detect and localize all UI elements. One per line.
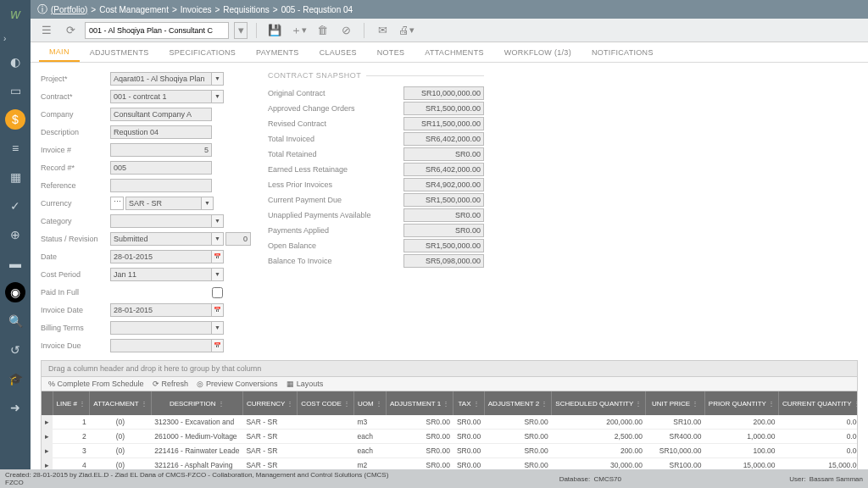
- preview-button[interactable]: ◎ Preview Conversions: [197, 380, 278, 388]
- user-circle-icon[interactable]: ◉: [5, 282, 25, 302]
- tab-clauses[interactable]: CLAUSES: [309, 42, 367, 62]
- col-header[interactable]: CURRENT QUANTITY ⋮: [778, 391, 857, 415]
- field-input[interactable]: [110, 321, 212, 335]
- tab-specifications[interactable]: SPECIFICATIONS: [159, 42, 247, 62]
- revision-input[interactable]: [225, 232, 251, 246]
- col-header[interactable]: ADJUSTMENT 2 ⋮: [484, 391, 552, 415]
- check-icon[interactable]: ✓: [5, 196, 25, 216]
- mail-icon[interactable]: ✉: [373, 22, 392, 39]
- tab-payments[interactable]: PAYMENTS: [246, 42, 309, 62]
- refresh-button[interactable]: ⟳ Refresh: [153, 380, 189, 388]
- field-input[interactable]: [110, 143, 212, 157]
- dropdown-icon[interactable]: ▼: [212, 72, 224, 86]
- col-header[interactable]: COST CODE ⋮: [298, 391, 354, 415]
- group-hint[interactable]: Drag a column header and drop it here to…: [42, 361, 857, 377]
- snapshot-label: Total Retained: [268, 150, 403, 158]
- breadcrumb: ⓘ (Portfolio) >Cost Management >Invoices…: [31, 0, 868, 19]
- logout-icon[interactable]: ➜: [5, 397, 25, 418]
- building-icon[interactable]: ▦: [5, 167, 25, 187]
- menu-icon[interactable]: ☰: [37, 22, 56, 39]
- dropdown-icon[interactable]: ▼: [212, 90, 224, 103]
- col-header[interactable]: LINE # ⋮: [53, 391, 90, 415]
- calendar-icon[interactable]: 📅: [212, 339, 224, 352]
- col-header[interactable]: UNIT PRICE ⋮: [646, 391, 704, 415]
- field-input[interactable]: [125, 197, 202, 210]
- tab-notes[interactable]: NOTES: [367, 42, 415, 62]
- cost-icon[interactable]: $: [5, 109, 25, 130]
- field-input[interactable]: [110, 90, 212, 103]
- field-input[interactable]: [110, 339, 212, 352]
- snapshot-revised-contract: Revised Contract: [268, 116, 484, 131]
- tab-adjustments[interactable]: ADJUSTMENTS: [80, 42, 159, 62]
- field-input[interactable]: [110, 72, 212, 86]
- dropdown-icon[interactable]: ▼: [212, 268, 224, 281]
- history-icon[interactable]: ↺: [5, 340, 25, 360]
- col-header[interactable]: SCHEDULED QUANTITY ⋮: [552, 391, 646, 415]
- field-project-: Project*▼: [41, 71, 251, 86]
- snapshot-total-invoiced: Total Invoiced: [268, 131, 484, 147]
- checkbox[interactable]: [212, 287, 223, 298]
- col-header[interactable]: ATTACHMENT ⋮: [90, 391, 152, 415]
- expand-sidebar-icon[interactable]: ›: [3, 34, 6, 43]
- snapshot-value: [403, 193, 484, 207]
- table-row[interactable]: ▸3(0)221416 - Rainwater LeadeSAR - SReac…: [42, 444, 857, 458]
- record-selector[interactable]: [85, 22, 229, 39]
- selector-dropdown-icon[interactable]: ▾: [234, 22, 248, 39]
- lookup-icon[interactable]: ⋯: [110, 197, 124, 210]
- dropdown-icon[interactable]: ▼: [212, 214, 224, 228]
- field-input[interactable]: [110, 250, 212, 263]
- refresh-icon[interactable]: ⟳: [61, 22, 80, 39]
- calendar-icon[interactable]: 📅: [212, 303, 224, 317]
- dropdown-icon[interactable]: ▼: [212, 232, 224, 246]
- field-input[interactable]: [110, 161, 212, 175]
- pct-complete-button[interactable]: % Complete From Schedule: [48, 380, 144, 388]
- print-icon[interactable]: 🖨▾: [397, 22, 415, 39]
- field-input[interactable]: [110, 303, 212, 317]
- add-icon[interactable]: ＋▾: [289, 22, 308, 39]
- field-input[interactable]: [110, 232, 212, 246]
- field-input[interactable]: [110, 125, 212, 139]
- dropdown-icon[interactable]: ▼: [212, 321, 224, 335]
- field-input[interactable]: [110, 108, 212, 121]
- search-icon[interactable]: 🔍: [5, 311, 25, 331]
- col-header[interactable]: TAX ⋮: [453, 391, 484, 415]
- dropdown-icon[interactable]: ▼: [202, 197, 214, 210]
- field-label: Category: [41, 217, 110, 225]
- tab-workflow-1-3-[interactable]: WORKFLOW (1/3): [494, 42, 581, 62]
- col-header[interactable]: ADJUSTMENT 1 ⋮: [386, 391, 453, 415]
- form-left: Project*▼Contract*▼CompanyDescriptionInv…: [41, 71, 251, 353]
- breadcrumb-root[interactable]: (Portfolio): [51, 5, 87, 14]
- tab-attachments[interactable]: ATTACHMENTS: [415, 42, 493, 62]
- field-input[interactable]: [110, 268, 212, 281]
- save-icon[interactable]: 💾: [265, 22, 284, 39]
- delete-icon[interactable]: 🗑: [313, 22, 331, 39]
- tabs: MAINADJUSTMENTSSPECIFICATIONSPAYMENTSCLA…: [31, 42, 868, 63]
- clipboard-icon[interactable]: ▭: [5, 80, 25, 101]
- table-row[interactable]: ▸2(0)261000 - Medium-VoltageSAR - SReach…: [42, 430, 857, 444]
- col-header[interactable]: CURRENCY ⋮: [242, 391, 297, 415]
- field-input[interactable]: [110, 214, 212, 228]
- layouts-button[interactable]: ▦ Layouts: [287, 380, 324, 388]
- cancel-icon[interactable]: ⊘: [337, 22, 355, 39]
- academic-icon[interactable]: 🎓: [5, 369, 25, 389]
- snapshot-value: [403, 208, 484, 222]
- col-header[interactable]: PRIOR QUANTITY ⋮: [704, 391, 778, 415]
- calendar-icon[interactable]: 📅: [212, 250, 224, 263]
- contract-snapshot: CONTRACT SNAPSHOT Original ContractAppro…: [268, 71, 484, 353]
- tab-main[interactable]: MAIN: [39, 42, 80, 62]
- lightbulb-icon[interactable]: ◐: [5, 52, 25, 72]
- field-label: Invoice Date: [41, 306, 110, 314]
- globe-icon[interactable]: ⊕: [5, 225, 25, 245]
- list-icon[interactable]: ≡: [5, 138, 25, 158]
- field-input[interactable]: [110, 179, 212, 192]
- col-header[interactable]: DESCRIPTION ⋮: [151, 391, 242, 415]
- field-date: Date📅: [41, 249, 251, 264]
- table-row[interactable]: ▸1(0)312300 - Excavation andSAR - SRm3SR…: [42, 415, 857, 430]
- tab-notifications[interactable]: NOTIFICATIONS: [581, 42, 664, 62]
- snapshot-label: Original Contract: [268, 89, 403, 97]
- info-icon[interactable]: ⓘ: [37, 3, 47, 17]
- briefcase-icon[interactable]: ▬: [5, 253, 25, 274]
- field-category: Category▼: [41, 214, 251, 229]
- col-header[interactable]: UOM ⋮: [354, 391, 387, 415]
- snapshot-label: Revised Contract: [268, 119, 403, 128]
